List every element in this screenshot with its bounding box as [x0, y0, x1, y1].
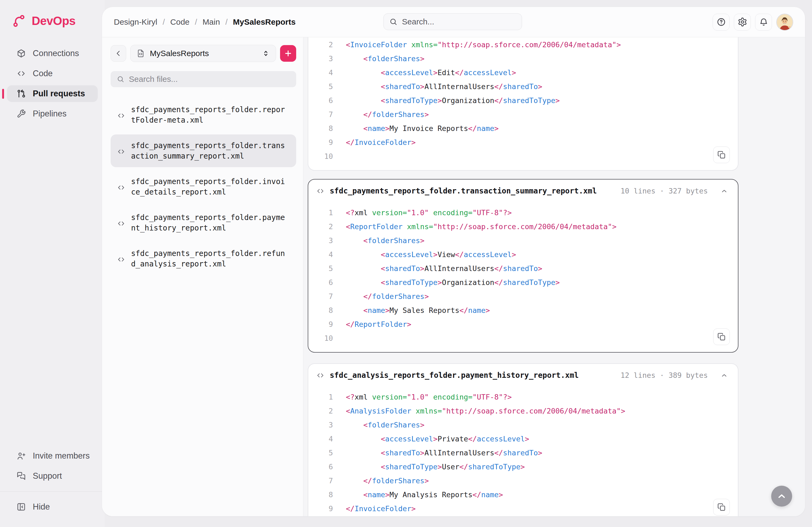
sidebar-item-pull-requests[interactable]: Pull requests	[7, 85, 98, 102]
code-text: <sharedTo>AllInternalUsers</sharedTo>	[346, 264, 542, 273]
code-text: <?xml version="1.0" encoding="UTF-8"?>	[346, 393, 512, 401]
sidebar-item-code[interactable]: Code	[7, 65, 98, 82]
code-line: 6 <sharedToType>User</sharedToType>	[319, 460, 730, 473]
breadcrumb-mysalesreports: MySalesReports	[233, 17, 296, 27]
code-line: 7 </folderShares>	[319, 473, 730, 487]
line-number: 3	[319, 421, 346, 429]
sidebar-item-support[interactable]: Support	[7, 468, 98, 484]
collapse-card-button[interactable]	[720, 187, 728, 195]
code-text: <ReportFolder xmlns="http://soap.sforce.…	[346, 223, 617, 231]
global-search[interactable]	[383, 13, 522, 30]
code-line: 9</ReportFolder>	[319, 317, 730, 331]
file-search[interactable]	[111, 71, 296, 87]
file-name: sfdc_payments_reports_folder.invoice_det…	[131, 176, 286, 197]
breadcrumb-separator: /	[225, 17, 228, 27]
help-button[interactable]	[713, 14, 729, 31]
collapse-card-button[interactable]	[720, 371, 728, 379]
back-button[interactable]	[111, 45, 126, 62]
breadcrumb-main[interactable]: Main	[202, 17, 220, 27]
code-text: </folderShares>	[346, 477, 429, 485]
file-item[interactable]: sfdc_payments_reports_folder.transaction…	[111, 134, 296, 167]
file-name: sfdc_payments_reports_folder.payment_his…	[131, 212, 286, 233]
search-icon	[389, 17, 398, 26]
file-item[interactable]: sfdc_payments_reports_folder.refund_anal…	[111, 242, 296, 275]
sidebar-item-connections[interactable]: Connections	[7, 45, 98, 62]
breadcrumb-design-kiryl[interactable]: Design-Kiryl	[114, 17, 157, 27]
code-line: 7 </folderShares>	[319, 107, 730, 121]
repo-name: MySalesReports	[150, 49, 257, 58]
sidebar-item-label: Connections	[33, 48, 79, 58]
breadcrumb-code[interactable]: Code	[170, 17, 190, 27]
sidebar-item-invite-members[interactable]: Invite members	[7, 448, 98, 464]
help-icon	[716, 17, 726, 27]
settings-button[interactable]	[734, 14, 751, 31]
file-list: sfdc_payments_reports_folder.reportFolde…	[111, 99, 296, 275]
code-icon	[316, 187, 324, 195]
line-number: 8	[319, 491, 346, 499]
avatar[interactable]	[776, 14, 793, 31]
line-number: 2	[319, 223, 346, 231]
line-number: 10	[319, 334, 346, 342]
content-body: MySalesReports	[102, 37, 805, 516]
copy-code-button[interactable]	[713, 499, 730, 515]
code-card-meta: 12 lines · 389 bytes	[621, 371, 708, 379]
line-number: 9	[319, 138, 346, 147]
code-text: <folderShares>	[346, 55, 424, 63]
code-line: 10	[319, 331, 730, 345]
code-line: 10	[319, 149, 730, 163]
line-number: 1	[319, 393, 346, 401]
sidebar-nav: ConnectionsCodePull requestsPipelines	[0, 45, 105, 122]
code-line: 3 <folderShares>	[319, 234, 730, 247]
line-number: 5	[319, 82, 346, 91]
code-panel: 1<?xml version="1.0" encoding="UTF-8"?>2…	[303, 37, 805, 516]
line-number: 5	[319, 449, 346, 457]
gear-icon	[738, 17, 747, 27]
app-logo[interactable]: DevOps	[0, 0, 105, 28]
file-name: sfdc_payments_reports_folder.reportFolde…	[131, 104, 286, 125]
code-text: <name>My Invoice Reports</name>	[346, 124, 499, 133]
global-search-input[interactable]	[402, 17, 516, 26]
breadcrumb-separator: /	[195, 17, 197, 27]
line-number: 3	[319, 236, 346, 245]
code-icon	[117, 214, 125, 233]
code-text: </InvoiceFolder>	[346, 138, 416, 147]
code-icon	[17, 69, 26, 78]
file-item[interactable]: sfdc_payments_reports_folder.payment_his…	[111, 206, 296, 239]
file-item[interactable]: sfdc_payments_reports_folder.invoice_det…	[111, 170, 296, 203]
code-line: 4 <accessLevel>View</accessLevel>	[319, 247, 730, 261]
repo-selector[interactable]: MySalesReports	[130, 45, 276, 62]
sidebar: DevOps ConnectionsCodePull requestsPipel…	[0, 0, 105, 527]
plus-icon	[284, 49, 293, 58]
sidebar-item-label: Code	[33, 69, 53, 78]
scroll-to-top-button[interactable]	[771, 486, 792, 507]
file-search-input[interactable]	[129, 75, 290, 84]
code-text: <sharedToType>Organization</sharedToType…	[346, 278, 560, 287]
code-line: 2<InvoiceFolder xmlns="http://soap.sforc…	[319, 37, 730, 51]
sidebar-item-pipelines[interactable]: Pipelines	[7, 105, 98, 122]
copy-code-button[interactable]	[713, 328, 730, 345]
code-line: 5 <sharedTo>AllInternalUsers</sharedTo>	[319, 446, 730, 460]
box-icon	[17, 49, 26, 58]
line-number: 6	[319, 463, 346, 471]
file-panel: MySalesReports	[102, 37, 303, 516]
line-number: 3	[319, 55, 346, 63]
code-card-filename: sfdc_payments_reports_folder.transaction…	[330, 186, 597, 195]
file-item[interactable]: sfdc_payments_reports_folder.reportFolde…	[111, 99, 296, 131]
code-text: <accessLevel>Private</accessLevel>	[346, 435, 529, 443]
add-file-button[interactable]	[280, 45, 296, 62]
code-icon	[117, 178, 125, 197]
code-line: 4 <accessLevel>Private</accessLevel>	[319, 432, 730, 446]
code-card: 1<?xml version="1.0" encoding="UTF-8"?>2…	[308, 37, 738, 171]
panel-collapse-icon	[17, 502, 26, 511]
copy-icon	[717, 150, 726, 160]
line-number: 2	[319, 41, 346, 49]
code-text: <accessLevel>Edit</accessLevel>	[346, 69, 516, 77]
code-block: 1<?xml version="1.0" encoding="UTF-8"?>2…	[308, 37, 738, 170]
sidebar-item-hide[interactable]: Hide	[7, 499, 98, 515]
copy-code-button[interactable]	[713, 147, 730, 163]
hide-label: Hide	[33, 502, 50, 512]
notifications-button[interactable]	[755, 14, 772, 31]
code-block: 1<?xml version="1.0" encoding="UTF-8"?>2…	[308, 199, 738, 352]
code-text: </ReportFolder>	[346, 320, 411, 328]
copy-icon	[717, 332, 726, 341]
